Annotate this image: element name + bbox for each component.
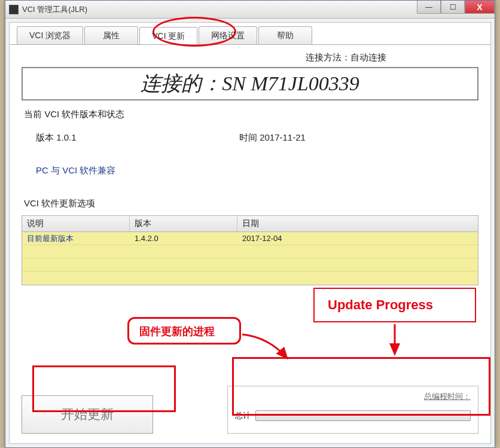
table-header-row: 说明 版本 日期 (22, 216, 478, 232)
version-row: 版本 1.0.1 时间 2017-11-21 (36, 132, 478, 144)
app-icon (9, 5, 19, 14)
table-row (22, 258, 478, 272)
titlebar: VCI 管理工具(JLR) — ☐ X (5, 1, 495, 19)
th-description: 说明 (22, 216, 130, 231)
tab-network[interactable]: 网络设置 (199, 26, 257, 45)
table-row[interactable]: 目前最新版本 1.4.2.0 2017-12-04 (22, 232, 478, 245)
minimize-button[interactable]: — (417, 1, 441, 14)
th-version: 版本 (130, 216, 237, 231)
update-options-title: VCI 软件更新选项 (24, 198, 478, 209)
tab-update[interactable]: VCI 更新 (139, 27, 197, 45)
current-time-label: 时间 2017-11-21 (239, 132, 306, 144)
total-time-label: 总编程时间： (235, 391, 471, 402)
progress-group: 总编程时间： 总计 (227, 386, 478, 434)
td-description: 目前最新版本 (22, 232, 130, 245)
table-row (22, 272, 478, 285)
bottom-area: 开始更新 总编程时间： 总计 (22, 386, 478, 434)
close-button[interactable]: X (465, 1, 495, 14)
tab-help[interactable]: 帮助 (258, 26, 312, 45)
current-section-title: 当前 VCI 软件版本和状态 (24, 109, 478, 120)
progress-row: 总计 (235, 410, 471, 421)
th-date: 日期 (237, 216, 478, 231)
tabstrip: VCI 浏览器 属性 VCI 更新 网络设置 帮助 (17, 26, 490, 45)
tab-body-update: 连接方法：自动连接 连接的：SN M71JL00339 当前 VCI 软件版本和… (10, 44, 490, 441)
td-date: 2017-12-04 (237, 233, 478, 244)
connection-method-label: 连接方法：自动连接 (213, 52, 478, 63)
start-update-button[interactable]: 开始更新 (22, 395, 153, 434)
td-version: 1.4.2.0 (130, 233, 237, 244)
table-row (22, 245, 478, 258)
progress-total-label: 总计 (235, 410, 251, 421)
update-table: 说明 版本 日期 目前最新版本 1.4.2.0 2017-12-04 (22, 215, 478, 285)
table-body: 目前最新版本 1.4.2.0 2017-12-04 (22, 232, 478, 285)
client-area: VCI 浏览器 属性 VCI 更新 网络设置 帮助 连接方法：自动连接 连接的：… (9, 22, 491, 444)
tab-browser[interactable]: VCI 浏览器 (17, 26, 83, 45)
connection-banner: 连接的：SN M71JL00339 (22, 67, 478, 100)
titlebar-buttons: — ☐ X (417, 1, 495, 14)
app-window: VCI 管理工具(JLR) — ☐ X VCI 浏览器 属性 VCI 更新 网络… (5, 0, 495, 448)
maximize-button[interactable]: ☐ (441, 1, 465, 14)
tab-properties[interactable]: 属性 (84, 26, 138, 45)
progress-bar (255, 410, 471, 421)
window-title: VCI 管理工具(JLR) (22, 4, 87, 15)
compatibility-text: PC 与 VCI 软件兼容 (36, 165, 478, 176)
current-version-label: 版本 1.0.1 (36, 132, 239, 144)
